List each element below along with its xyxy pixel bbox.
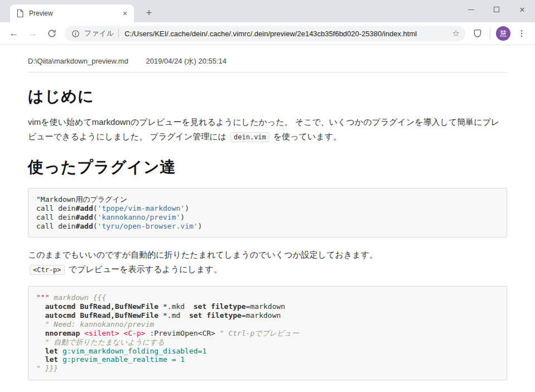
url-separator [118, 29, 119, 38]
url-scheme-label: ファイル [84, 28, 114, 38]
timestamp: 2019/04/24 (水) 20:55:14 [146, 57, 227, 65]
window-close-button[interactable]: × [509, 0, 535, 19]
window-controls: × [458, 0, 535, 19]
tab-close-icon[interactable]: × [121, 9, 129, 18]
browser-window: Preview × + × ← → [0, 0, 535, 392]
paragraph-settings: このままでもいいのですが自動的に折りたたまれてしまうのでいくつか設定しておきます… [28, 248, 507, 276]
bookmark-star-icon[interactable]: ☆ [450, 28, 462, 38]
close-icon: × [519, 5, 525, 14]
paragraph-intro: vimを使い始めてmarkdownのプレビューを見れるようにしたかった。 そこで… [28, 115, 507, 143]
tab-preview[interactable]: Preview × [10, 4, 134, 22]
heading-plugins-used: 使ったプラグイン達 [28, 157, 507, 178]
info-icon[interactable] [71, 30, 80, 38]
url-text[interactable]: C:/Users/KEI/.cache/dein/.cache/.vimrc/.… [124, 30, 446, 38]
reload-button[interactable] [44, 26, 60, 41]
forward-button[interactable]: → [25, 26, 41, 41]
shield-icon[interactable] [470, 26, 485, 41]
toolbar-separator [490, 28, 490, 39]
maximize-icon [494, 7, 499, 12]
tab-strip: Preview × + × [0, 0, 535, 22]
browser-toolbar: ← → ファイル C:/Users/KEI/.cache/dein/.cache… [0, 22, 535, 45]
minimize-icon [468, 9, 474, 10]
file-path: D:\Qiita\markdown_preview.md [28, 57, 128, 65]
code-block-vimrc-settings: """ markdown {{{ autocmd BufRead,BufNewF… [28, 286, 507, 380]
profile-avatar[interactable]: 慧 [496, 26, 510, 41]
page-content: D:\Qiita\markdown_preview.md 2019/04/24 … [0, 45, 535, 392]
address-bar[interactable]: ファイル C:/Users/KEI/.cache/dein/.cache/.vi… [65, 26, 465, 41]
window-maximize-button[interactable] [484, 0, 509, 19]
reload-icon [47, 28, 57, 38]
window-minimize-button[interactable] [458, 0, 484, 19]
menu-icon[interactable] [514, 26, 529, 41]
document-icon [16, 9, 25, 18]
back-button[interactable]: ← [6, 26, 22, 41]
tab-title: Preview [29, 9, 121, 17]
heading-introduction: はじめに [28, 86, 507, 107]
new-tab-button[interactable]: + [142, 6, 156, 20]
document-meta: D:\Qiita\markdown_preview.md 2019/04/24 … [28, 56, 507, 72]
code-block-plugin-list: "Markdown用のプラグインcall dein#add('tpope/vim… [28, 188, 507, 238]
